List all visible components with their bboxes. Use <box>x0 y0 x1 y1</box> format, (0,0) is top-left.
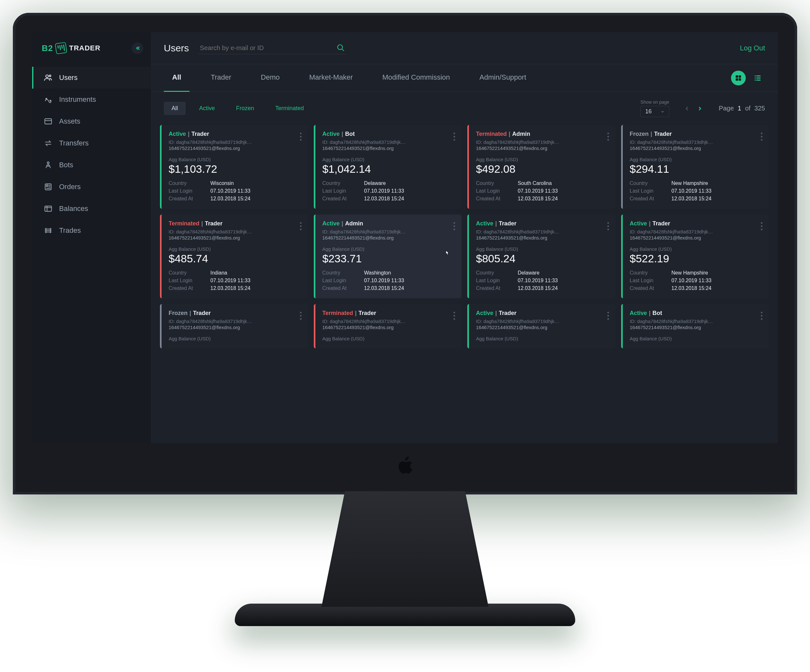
sidebar-collapse-button[interactable] <box>132 42 143 54</box>
card-menu-button[interactable] <box>761 131 763 141</box>
country-value: South Carolina <box>518 180 552 186</box>
sidebar-item-label: Transfers <box>59 139 89 147</box>
country-label: Country <box>476 270 518 276</box>
balance-value: $492.08 <box>476 163 609 175</box>
card-menu-button[interactable] <box>761 310 763 320</box>
sidebar-item-label: Assets <box>59 117 80 126</box>
country-label: Country <box>169 180 210 186</box>
tab-trader[interactable]: Trader <box>202 64 240 92</box>
last-login-value: 07.10.2019 11:33 <box>364 278 404 283</box>
balance-label: Agg Balance (USD) <box>169 246 302 252</box>
user-card[interactable]: Active|TraderID: dagha78428fshkjfha9a837… <box>467 304 615 349</box>
card-menu-button[interactable] <box>761 220 763 230</box>
page-next-button[interactable] <box>695 104 705 113</box>
logout-link[interactable]: Log Out <box>740 44 765 52</box>
page-title: Users <box>164 43 189 54</box>
card-menu-button[interactable] <box>608 131 609 141</box>
tab-admin-support[interactable]: Admin/Support <box>471 64 535 92</box>
filter-active[interactable]: Active <box>191 102 223 115</box>
card-menu-button[interactable] <box>454 131 455 141</box>
country-value: Indiana <box>210 270 228 276</box>
country-label: Country <box>630 180 672 186</box>
user-status: Terminated|Admin <box>476 131 608 137</box>
created-at-label: Created At <box>169 285 210 291</box>
country-value: Washington <box>364 270 391 276</box>
user-card[interactable]: Active|TraderID: dagha78428fshkjfha9a837… <box>621 214 769 298</box>
sidebar-item-transfers[interactable]: Transfers <box>32 132 151 154</box>
sidebar-item-instruments[interactable]: Instruments <box>32 89 151 110</box>
svg-rect-10 <box>736 75 738 77</box>
created-at-value: 12.03.2018 15:24 <box>364 196 404 202</box>
filter-terminated[interactable]: Terminated <box>268 102 312 115</box>
user-card[interactable]: Terminated|TraderID: dagha78428fshkjfha9… <box>314 304 462 349</box>
card-menu-button[interactable] <box>608 310 609 320</box>
user-id: ID: dagha78428fshkjfha9a83719dhjk… <box>476 139 585 145</box>
user-card[interactable]: Active|AdminID: dagha78428fshkjfha9a8371… <box>314 214 462 298</box>
page-prev-button[interactable] <box>682 104 692 113</box>
user-email: 1646752214493521@flexdns.org <box>476 145 608 151</box>
sidebar-item-bots[interactable]: Bots <box>32 154 151 176</box>
svg-rect-16 <box>755 77 756 78</box>
card-menu-button[interactable] <box>300 131 302 141</box>
search-input[interactable] <box>200 44 337 52</box>
filter-all[interactable]: All <box>164 102 186 115</box>
card-menu-button[interactable] <box>454 220 455 230</box>
user-id: ID: dagha78428fshkjfha9a83719dhjk… <box>169 229 278 234</box>
user-id: ID: dagha78428fshkjfha9a83719dhjk… <box>169 139 278 145</box>
user-id: ID: dagha78428fshkjfha9a83719dhjk… <box>322 318 432 324</box>
country-value: New Hampshire <box>672 180 708 186</box>
card-menu-button[interactable] <box>300 220 302 230</box>
svg-rect-17 <box>756 77 761 78</box>
assets-icon <box>44 117 53 126</box>
user-status: Active|Bot <box>630 310 761 317</box>
country-value: Delaware <box>518 270 540 276</box>
created-at-label: Created At <box>169 196 210 202</box>
show-on-page-label: Show on page <box>640 99 669 104</box>
user-card[interactable]: Terminated|AdminID: dagha78428fshkjfha9a… <box>467 125 615 209</box>
user-card[interactable]: Active|BotID: dagha78428fshkjfha9a83719d… <box>314 125 462 209</box>
balance-label: Agg Balance (USD) <box>630 336 763 341</box>
card-menu-button[interactable] <box>300 310 302 320</box>
user-card[interactable]: Frozen|TraderID: dagha78428fshkjfha9a837… <box>160 304 308 349</box>
page-size-select[interactable]: 16 <box>640 106 669 117</box>
svg-point-1 <box>49 75 51 77</box>
card-menu-button[interactable] <box>454 310 455 320</box>
user-id: ID: dagha78428fshkjfha9a83719dhjk… <box>630 318 739 324</box>
search-icon[interactable] <box>337 44 345 52</box>
country-value: Wisconsin <box>210 180 234 186</box>
search-field[interactable] <box>199 42 346 54</box>
user-status: Active|Trader <box>476 220 608 227</box>
sidebar-item-orders[interactable]: Orders <box>32 176 151 198</box>
user-card[interactable]: Active|TraderID: dagha78428fshkjfha9a837… <box>467 214 615 298</box>
bots-icon <box>44 160 53 170</box>
user-card[interactable]: Active|BotID: dagha78428fshkjfha9a83719d… <box>621 304 769 349</box>
user-card[interactable]: Terminated|TraderID: dagha78428fshkjfha9… <box>160 214 308 298</box>
tab-all[interactable]: All <box>164 64 189 92</box>
svg-point-5 <box>47 162 49 164</box>
view-grid-button[interactable] <box>731 71 746 86</box>
user-id: ID: dagha78428fshkjfha9a83719dhjk… <box>476 229 585 234</box>
tab-market-maker[interactable]: Market-Maker <box>301 64 361 92</box>
sidebar-item-label: Bots <box>59 161 73 169</box>
card-menu-button[interactable] <box>608 220 609 230</box>
user-card[interactable]: Frozen|TraderID: dagha78428fshkjfha9a837… <box>621 125 769 209</box>
filter-frozen[interactable]: Frozen <box>228 102 262 115</box>
sidebar-item-assets[interactable]: Assets <box>32 110 151 132</box>
instruments-icon <box>44 95 53 104</box>
user-card[interactable]: Active|TraderID: dagha78428fshkjfha9a837… <box>160 125 308 209</box>
sidebar-item-balances[interactable]: Balances <box>32 198 151 220</box>
last-login-label: Last Login <box>169 278 210 283</box>
balance-label: Agg Balance (USD) <box>322 336 456 341</box>
sidebar-item-users[interactable]: Users <box>32 67 151 89</box>
tab-demo[interactable]: Demo <box>252 64 288 92</box>
view-list-button[interactable] <box>750 71 765 86</box>
tab-modified-commission[interactable]: Modified Commission <box>374 64 458 92</box>
balances-icon <box>44 204 53 213</box>
country-value: Delaware <box>364 180 386 186</box>
country-value: New Hampshire <box>672 270 708 276</box>
svg-point-0 <box>46 75 48 77</box>
last-login-value: 07.10.2019 11:33 <box>210 188 250 194</box>
sidebar-item-trades[interactable]: Trades <box>32 220 151 241</box>
created-at-label: Created At <box>476 196 518 202</box>
topbar: Users Log Out <box>151 32 778 64</box>
